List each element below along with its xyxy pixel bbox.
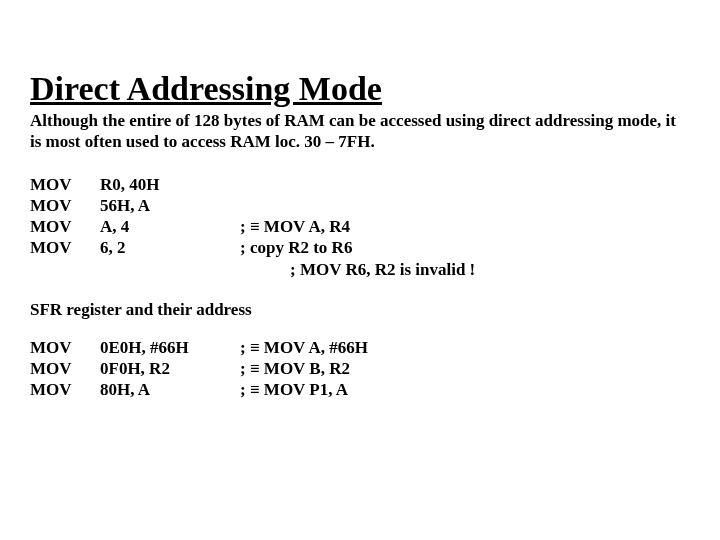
subheading: SFR register and their address	[30, 300, 690, 320]
opcode: MOV	[30, 380, 100, 401]
opcode: MOV	[30, 175, 100, 196]
operands: 0F0H, R2	[100, 359, 240, 380]
operands: 56H, A	[100, 196, 240, 217]
opcode: MOV	[30, 359, 100, 380]
comment: ; copy R2 to R6	[240, 238, 352, 259]
opcode: MOV	[30, 217, 100, 238]
comment: ; ≡ MOV P1, A	[240, 380, 368, 401]
comment	[240, 175, 352, 196]
table-row: MOV 80H, A ; ≡ MOV P1, A	[30, 380, 368, 401]
table-row: MOV 0E0H, #66H ; ≡ MOV A, #66H	[30, 338, 368, 359]
operands: 0E0H, #66H	[100, 338, 240, 359]
code-block-2: MOV 0E0H, #66H ; ≡ MOV A, #66H MOV 0F0H,…	[30, 338, 368, 401]
invalid-note: ; MOV R6, R2 is invalid !	[30, 260, 690, 280]
operands: 6, 2	[100, 238, 240, 259]
comment: ; ≡ MOV A, R4	[240, 217, 352, 238]
table-row: MOV 56H, A	[30, 196, 352, 217]
comment: ; ≡ MOV A, #66H	[240, 338, 368, 359]
opcode: MOV	[30, 238, 100, 259]
table-row: MOV R0, 40H	[30, 175, 352, 196]
operands: A, 4	[100, 217, 240, 238]
opcode: MOV	[30, 338, 100, 359]
code-block-1: MOV R0, 40H MOV 56H, A MOV A, 4 ; ≡ MOV …	[30, 175, 352, 259]
table-row: MOV 6, 2 ; copy R2 to R6	[30, 238, 352, 259]
page-title: Direct Addressing Mode	[30, 70, 690, 108]
slide: Direct Addressing Mode Although the enti…	[0, 0, 720, 401]
comment	[240, 196, 352, 217]
operands: R0, 40H	[100, 175, 240, 196]
table-row: MOV A, 4 ; ≡ MOV A, R4	[30, 217, 352, 238]
intro-text: Although the entire of 128 bytes of RAM …	[30, 110, 690, 153]
comment: ; ≡ MOV B, R2	[240, 359, 368, 380]
table-row: MOV 0F0H, R2 ; ≡ MOV B, R2	[30, 359, 368, 380]
operands: 80H, A	[100, 380, 240, 401]
opcode: MOV	[30, 196, 100, 217]
